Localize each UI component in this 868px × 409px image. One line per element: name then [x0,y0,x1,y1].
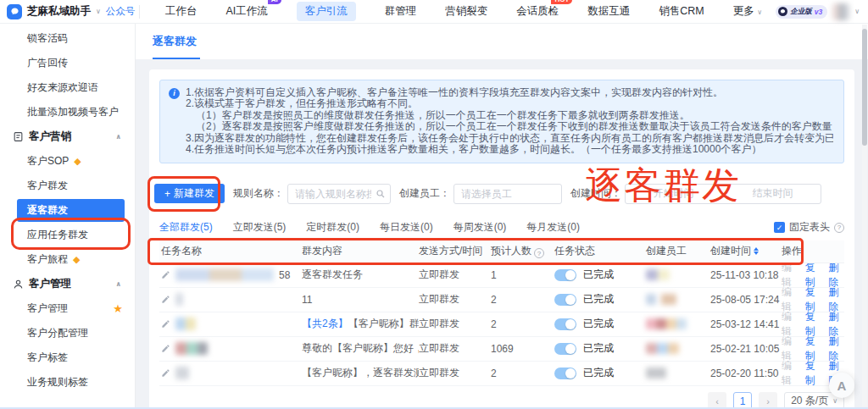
floating-assistant-button[interactable]: A [829,373,854,398]
status-cell: 已完成 [554,268,646,282]
sidebar-item-customer-journey[interactable]: 客户旅程◆ [0,247,135,272]
question-icon: ? [834,223,844,233]
tab-weekly-send[interactable]: 每周发送(0) [453,220,507,235]
nav-item-group-management[interactable]: 群管理 [385,2,417,21]
tab-daily-send[interactable]: 每日发送(0) [380,220,433,235]
tab-all-mass-send[interactable]: 全部群发(5) [159,220,213,235]
nav-item-workbench[interactable]: 工作台 [165,2,198,21]
sidebar-section-customer-management[interactable]: 客户管理 ∧ [0,272,135,296]
chevron-up-icon: ∧ [116,280,122,288]
sort-icon[interactable] [754,247,759,255]
rule-name-input-wrap [287,184,391,204]
scrollbar-thumb[interactable] [862,29,867,146]
sidebar-item-customer-sop[interactable]: 客户SOP◆ [0,149,135,174]
edit-pencil-icon[interactable] [161,319,170,329]
status-toggle[interactable] [554,368,576,379]
nav-item-more[interactable]: 更多 ∨ [733,2,762,21]
redacted-task-name [175,367,189,379]
copy-action[interactable]: 复制 [805,359,821,388]
header-task-status: 任务状态 [554,244,646,258]
send-type-cell: 立即群发 [419,292,491,307]
nav-item-marketing-fission[interactable]: 营销裂变 [445,2,487,21]
document-icon [13,131,24,142]
edit-pencil-icon[interactable] [161,270,170,279]
status-toggle[interactable] [554,269,576,281]
fixed-header-control: ✓ 固定表头 ? [774,220,844,235]
status-toggle[interactable] [554,343,576,355]
nav-label: 会话质检 [516,5,559,17]
sidebar-item-customer-mass-send[interactable]: 客户群发 [0,174,135,198]
current-page-button[interactable]: 1 [733,392,752,409]
prev-page-button[interactable]: ‹ [708,392,726,409]
edit-pencil-icon[interactable] [161,295,170,304]
gem-icon: ◆ [74,149,81,174]
task-name-cell: 58 [159,268,302,281]
nav-item-data-exchange[interactable]: 数据互通 [587,2,630,21]
brand-area: 芝麻私域助手 ∨ 公众号 [0,4,137,19]
sidebar-item-business-rule-tags[interactable]: 业务规则标签 [0,370,135,395]
redacted-staff [646,343,679,354]
table-row: 11 立即群发 2 已完成 25-08-05 17:24 编辑复制删除 [159,288,844,312]
page-tab-per-customer-mass-send[interactable]: 逐客群发 [153,34,200,59]
nav-item-sales-crm[interactable]: 销售CRM [659,2,704,21]
header-create-time[interactable]: 创建时间 [710,244,782,258]
tab-instant-send[interactable]: 立即发送(5) [233,220,287,235]
edit-pencil-icon[interactable] [161,368,170,378]
nav-item-chat-inspection[interactable]: 会话质检HOT [516,2,559,21]
topbar: 芝麻私域助手 ∨ 公众号 工作台 AI工作流AI 客户引流 群管理 营销裂变 会… [0,0,868,24]
header-label: 预计人数 [491,245,531,257]
channel-link[interactable]: 公众号 [106,5,136,18]
content-text: 【客户昵称】群发优惠... [348,318,419,329]
nav-item-customer-acquisition[interactable]: 客户引流 [297,2,356,21]
search-icon [376,189,386,199]
content-count-prefix: 【共2条】 [302,318,348,329]
create-mass-send-button[interactable]: + 新建群发 [154,184,225,203]
sidebar-item-per-customer-mass-send[interactable]: 逐客群发 [17,199,125,222]
section-label: 客户管理 [29,277,71,291]
tab-monthly-send[interactable]: 每月发送(0) [526,220,580,235]
task-name-cell [159,342,302,355]
nav-label: 群管理 [385,5,417,17]
ai-badge: AI [268,0,281,4]
table-row: 【共2条】【客户昵称】群发优惠... 立即群发 2 已完成 25-03-12 1… [159,312,844,337]
page-tabbar: 逐客群发 [136,24,868,59]
sidebar-item-batch-add-video-customers[interactable]: 批量添加视频号客户 [0,100,135,124]
sidebar-item-friend-source-welcome[interactable]: 好友来源欢迎语 [0,75,135,100]
edit-action[interactable]: 编辑 [782,359,798,388]
sidebar-item-customer-tags[interactable]: 客户标签 [0,345,135,370]
content-card: i 1.依据客户资料可自定义插入客户昵称、客户备注等唯一性的资料字段填充至群发内… [149,69,854,409]
status-toggle[interactable] [554,318,576,330]
header-task-name: 任务名称 [159,244,302,258]
sidebar-item-customer-allocation[interactable]: 客户分配管理 [0,321,135,345]
annotation-big-text: 逐客群发 [585,161,741,211]
notice-line: 3.因为逐客群发的功能特性，您在创建群发任务后，该任务会处于执行中的状态，直至任… [186,133,833,144]
fixed-header-label: 固定表头 [789,220,830,235]
brand-chevron-down-icon[interactable]: ∨ [96,8,101,15]
sidebar-item-customer-management[interactable]: 客户管理★ [0,296,135,321]
button-label: 新建群发 [174,186,214,201]
edition-version: v3 [815,8,822,16]
sidebar-item-app-task-mass-send[interactable]: 应用任务群发 [0,223,135,247]
sidebar: 锁客活码 广告回传 好友来源欢迎语 批量添加视频号客户 客户营销 ∧ 客户SOP… [0,24,136,409]
date-cell: 25-08-05 17:24 [710,294,782,306]
header-send-type: 发送方式/时间 [419,244,491,258]
notice-line: 1.依据客户资料可自定义插入客户昵称、客户备注等唯一性的资料字段填充至群发内容文… [186,87,833,98]
create-staff-input[interactable] [453,184,562,204]
tab-scheduled-send[interactable]: 定时群发(0) [306,220,359,235]
star-icon: ★ [113,296,123,321]
sidebar-section-customer-marketing[interactable]: 客户营销 ∧ [0,124,135,149]
page-size-value: 20 条/页 [791,394,828,408]
user-icon [13,279,24,290]
nav-item-ai-workflow[interactable]: AI工作流AI [226,2,268,21]
user-avatar[interactable] [832,3,849,20]
content-cell: 尊敬的【客户昵称】您好，感谢您... [302,341,419,356]
account-chevron-down-icon[interactable]: ∨ [854,8,860,15]
edit-pencil-icon[interactable] [161,344,170,353]
next-page-button[interactable]: › [759,392,777,409]
status-toggle[interactable] [554,294,576,306]
rule-name-label: 规则名称： [233,186,284,201]
fixed-header-checkbox[interactable]: ✓ [774,222,785,233]
sidebar-item-lock-qrcode[interactable]: 锁客活码 [0,26,135,51]
date-cell: 25-03-12 14:41 [710,318,782,330]
sidebar-item-ad-return[interactable]: 广告回传 [0,51,135,75]
